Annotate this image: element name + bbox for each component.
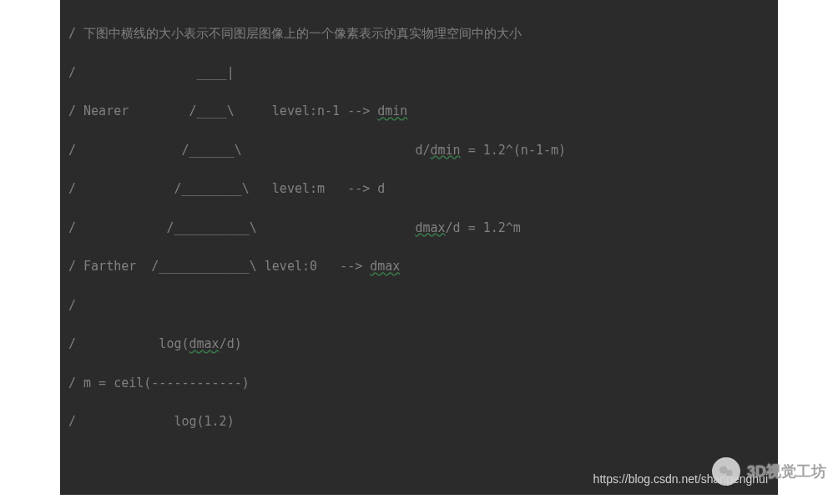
code-line: / /________\ level:m --> d — [68, 179, 770, 199]
wechat-icon — [712, 457, 740, 486]
wechat-watermark: 3D视觉工坊 — [712, 457, 826, 486]
code-line: / ____| — [68, 63, 770, 83]
code-line: / /______\ d/dmin = 1.2^(n-1-m) — [68, 141, 770, 160]
code-line: / Nearer /____\ level:n-1 --> dmin — [68, 102, 770, 121]
code-line: / m = ceil(------------) — [68, 374, 770, 393]
code-line: / log(1.2) — [68, 412, 770, 431]
code-line: / — [68, 296, 770, 315]
code-block: / 下图中横线的大小表示不同图层图像上的一个像素表示的真实物理空间中的大小 / … — [60, 0, 778, 495]
watermark-text: 3D视觉工坊 — [747, 461, 826, 481]
code-line: / Farther /____________\ level:0 --> dma… — [68, 257, 770, 276]
code-line: / /__________\ dmax/d = 1.2^m — [68, 219, 770, 238]
svg-point-1 — [726, 470, 733, 476]
code-title: / 下图中横线的大小表示不同图层图像上的一个像素表示的真实物理空间中的大小 — [68, 24, 770, 43]
code-line: / log(dmax/d) — [68, 335, 770, 354]
